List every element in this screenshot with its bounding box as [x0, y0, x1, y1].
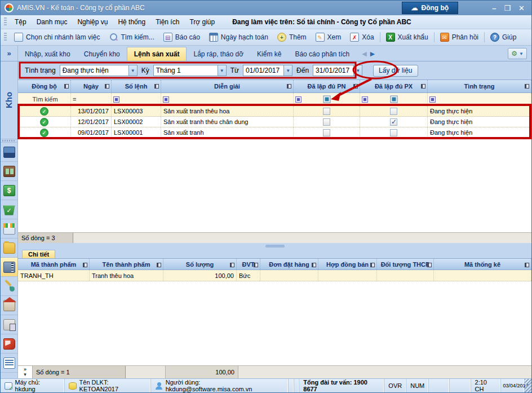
feedback-button[interactable]: ✉ Phản hồi: [436, 31, 483, 43]
pn-checkbox[interactable]: [323, 129, 330, 136]
sidebar-item-contract[interactable]: [1, 354, 17, 373]
delete-button[interactable]: ✗ Xóa: [345, 31, 378, 43]
column-header-dong-bo[interactable]: Đồng bộ: [18, 80, 71, 92]
pin-icon[interactable]: [83, 263, 87, 267]
sidebar-item-warehouse-active[interactable]: [1, 258, 17, 277]
maximize-button[interactable]: ❒: [504, 4, 511, 12]
sidebar-item-safe[interactable]: [1, 162, 17, 181]
column-header-ma-thanh-pham[interactable]: Mã thành phẩm: [18, 259, 90, 270]
sidebar-expand-button[interactable]: »: [1, 46, 18, 61]
column-header-ten-thanh-pham[interactable]: Tên thành phẩm: [90, 259, 163, 270]
period-filter-select[interactable]: Tháng 1 ▼: [153, 65, 227, 76]
tab-scroll-right-icon[interactable]: ▶: [370, 50, 375, 58]
module-label-kho[interactable]: Kho: [1, 61, 17, 139]
pin-icon[interactable]: [64, 84, 69, 89]
add-button[interactable]: + Thêm: [273, 31, 311, 43]
table-row[interactable]: ✓ 12/01/2017 LSX00002 Sản xuất tranh thê…: [18, 117, 531, 127]
filter-square-icon[interactable]: [362, 96, 368, 103]
sidebar-item-money[interactable]: $: [1, 181, 17, 200]
search-filter-so-lenh[interactable]: [112, 93, 161, 105]
search-filter-pn[interactable]: [294, 93, 360, 105]
filter-checkbox-icon[interactable]: [323, 96, 330, 103]
minimize-button[interactable]: –: [492, 4, 496, 12]
filter-square-icon[interactable]: [113, 96, 119, 103]
sidebar-item-tools[interactable]: [1, 277, 17, 296]
search-filter-dien-giai[interactable]: [161, 93, 294, 105]
detail-row[interactable]: TRANH_TH Tranh thêu hoa 100,00 Bức: [18, 270, 531, 281]
menu-nghiep-vu[interactable]: Nghiệp vụ: [72, 16, 113, 28]
panel-splitter[interactable]: [18, 243, 531, 249]
pin-icon[interactable]: [421, 84, 425, 89]
pin-icon[interactable]: [154, 84, 159, 89]
pin-icon[interactable]: [427, 263, 432, 267]
tab-scroll-left-icon[interactable]: ◀: [362, 50, 366, 58]
column-header-dvt[interactable]: ĐVT: [237, 259, 260, 270]
filter-checkbox-icon[interactable]: [390, 96, 397, 103]
px-checkbox[interactable]: [390, 108, 397, 115]
filter-square-icon[interactable]: [429, 96, 436, 103]
to-date-picker[interactable]: 31/01/2017 ▼: [313, 65, 362, 76]
column-header-so-lenh[interactable]: Số lệnh: [112, 80, 161, 92]
sidebar-item-folder[interactable]: [1, 239, 17, 258]
tab-chuyen-kho[interactable]: Chuyển kho: [77, 47, 127, 61]
px-checkbox[interactable]: [390, 129, 397, 136]
search-filter-px[interactable]: [360, 93, 428, 105]
sidebar-item-assets[interactable]: [1, 296, 17, 315]
pin-icon[interactable]: [287, 84, 291, 89]
column-header-tinh-trang[interactable]: Tình trạng: [428, 80, 531, 92]
table-row[interactable]: ✓ 13/01/2017 LSX00003 Sản xuất tranh thê…: [18, 106, 531, 117]
column-header-da-lap-du-pn[interactable]: Đã lập đủ PN: [294, 80, 360, 92]
help-button[interactable]: ? Giúp: [486, 31, 521, 43]
pin-icon[interactable]: [525, 263, 529, 267]
sidebar-splitter[interactable]: [1, 139, 17, 143]
tab-chi-tiet[interactable]: Chi tiết: [22, 250, 55, 258]
tab-kiem-ke[interactable]: Kiểm kê: [250, 47, 288, 61]
px-checkbox[interactable]: [390, 118, 397, 126]
status-filter-select[interactable]: Đang thực hiện ▼: [60, 65, 138, 76]
resize-grip[interactable]: [525, 379, 531, 392]
search-filter-tinh-trang[interactable]: [428, 93, 531, 105]
pin-icon[interactable]: [370, 263, 375, 267]
detail-nav-buttons[interactable]: »▾: [18, 366, 33, 378]
column-header-so-luong[interactable]: Số lượng: [163, 259, 237, 270]
sidebar-item-ledger[interactable]: [1, 334, 17, 354]
column-header-da-lap-du-px[interactable]: Đã lập đủ PX: [360, 80, 428, 92]
pin-icon[interactable]: [157, 263, 161, 267]
pin-icon[interactable]: [105, 84, 109, 89]
pn-checkbox[interactable]: [323, 108, 330, 115]
column-header-don-dat-hang[interactable]: Đơn đặt hàng: [260, 259, 318, 270]
menu-he-thong[interactable]: Hệ thống: [113, 16, 150, 28]
search-operator[interactable]: =: [71, 93, 112, 105]
posting-date-button[interactable]: Ngày hạch toán: [205, 31, 273, 43]
menu-tro-giup[interactable]: Trợ giúp: [184, 16, 220, 28]
tab-bao-cao-phan-tich[interactable]: Báo cáo phân tích: [288, 47, 356, 61]
column-header-ngay[interactable]: Ngày: [71, 80, 112, 92]
choose-branch-button[interactable]: Chọn chi nhánh làm việc: [10, 31, 104, 43]
menu-tep[interactable]: Tệp: [10, 16, 32, 28]
filter-square-icon[interactable]: [163, 96, 169, 103]
from-date-picker[interactable]: 01/01/2017 ▼: [243, 65, 292, 76]
column-header-ma-thong-ke[interactable]: Mã thống kê: [434, 259, 531, 270]
sync-button[interactable]: ☁ Đồng bộ: [402, 2, 459, 14]
tab-nhap-xuat-kho[interactable]: Nhập, xuất kho: [18, 47, 77, 61]
sidebar-item-summary[interactable]: [1, 315, 17, 334]
filter-square-icon[interactable]: [295, 96, 302, 103]
view-button[interactable]: ✎ Xem: [311, 31, 346, 43]
menu-tien-ich[interactable]: Tiện ích: [150, 16, 184, 28]
tab-lap-rap-thao-do[interactable]: Lắp ráp, tháo dỡ: [187, 47, 250, 61]
pin-icon[interactable]: [353, 84, 358, 89]
load-data-button[interactable]: Lấy dữ liệu: [373, 65, 418, 77]
pin-icon[interactable]: [525, 84, 529, 89]
column-header-doi-tuong-thcp[interactable]: Đối tượng THCP: [377, 259, 434, 270]
export-button[interactable]: X Xuất khẩu: [382, 31, 433, 43]
report-button[interactable]: ▤ Báo cáo: [159, 31, 205, 43]
sidebar-item-dashboard[interactable]: [1, 143, 17, 162]
menu-danh-muc[interactable]: Danh mục: [32, 16, 73, 28]
pn-checkbox[interactable]: [323, 118, 330, 126]
close-button[interactable]: ✕: [518, 4, 525, 12]
sidebar-item-basket[interactable]: ✓: [1, 200, 17, 219]
column-header-hop-dong-ban[interactable]: Hợp đồng bán: [318, 259, 377, 270]
tab-lenh-san-xuat[interactable]: Lệnh sản xuất: [127, 47, 187, 61]
pin-icon[interactable]: [230, 263, 234, 267]
settings-gear-button[interactable]: ⚙▼: [508, 48, 527, 59]
